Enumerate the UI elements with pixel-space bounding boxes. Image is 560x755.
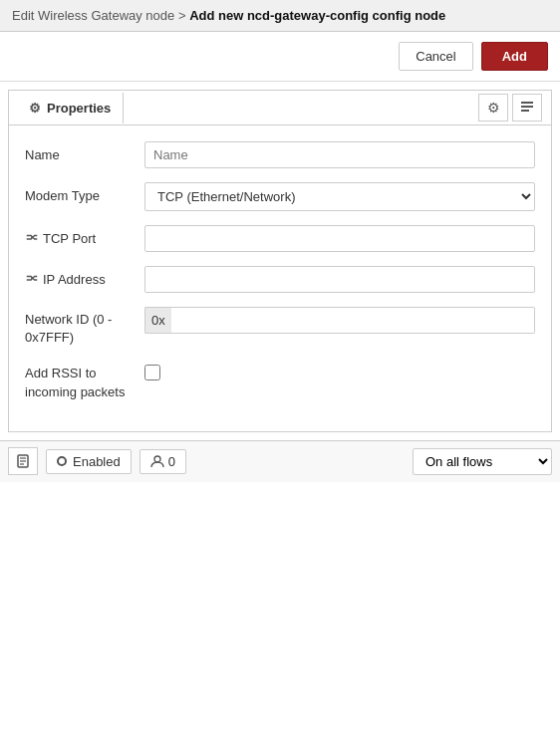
status-circle-icon	[57, 456, 67, 466]
ip-address-input[interactable]	[144, 266, 535, 293]
name-row: Name	[25, 141, 535, 168]
modem-type-row: Modem Type TCP (Ethernet/Network) Serial…	[25, 182, 535, 211]
shuffle-icon-tcp	[25, 232, 39, 246]
tabs-row: ⚙ Properties ⚙	[9, 91, 551, 126]
form-area: Name Modem Type TCP (Ethernet/Network) S…	[9, 126, 551, 431]
tcp-port-label-icon: TCP Port	[25, 231, 96, 246]
rssi-row: Add RSSI to incoming packets	[25, 361, 535, 400]
name-input[interactable]	[144, 141, 535, 168]
name-label: Name	[25, 141, 144, 162]
rssi-checkbox-wrapper	[144, 361, 535, 380]
breadcrumb: Edit Wireless Gateway node > Add new ncd…	[0, 0, 560, 32]
tab-properties[interactable]: ⚙ Properties	[17, 93, 124, 124]
description-icon	[519, 100, 535, 116]
footer-status[interactable]: Enabled	[46, 449, 132, 474]
page-icon	[15, 453, 31, 469]
footer: Enabled 0 On all flows On flow 1 On flow…	[0, 440, 560, 482]
breadcrumb-start: Edit Wireless Gateway node	[12, 8, 174, 23]
shuffle-icon-ip	[25, 273, 39, 287]
svg-rect-2	[521, 110, 529, 112]
tcp-port-row: TCP Port 2101	[25, 225, 535, 252]
footer-page-icon-button[interactable]	[8, 447, 38, 475]
footer-users[interactable]: 0	[140, 449, 186, 474]
svg-rect-0	[521, 102, 533, 104]
breadcrumb-bold: Add new ncd-gateway-config config node	[189, 8, 445, 23]
add-button[interactable]: Add	[481, 42, 548, 71]
ip-address-label: IP Address	[25, 266, 144, 290]
tab-properties-label: Properties	[47, 101, 111, 116]
tcp-port-input[interactable]: 2101	[144, 225, 535, 252]
breadcrumb-separator: >	[178, 8, 189, 23]
rssi-label: Add RSSI to incoming packets	[25, 361, 144, 400]
flows-select[interactable]: On all flows On flow 1 On flow 2	[413, 448, 552, 475]
network-id-wrapper: 0x 7FFF	[144, 307, 535, 334]
users-icon	[150, 454, 164, 468]
rssi-checkbox[interactable]	[144, 365, 160, 380]
network-id-input[interactable]: 7FFF	[171, 307, 535, 334]
modem-type-label: Modem Type	[25, 182, 144, 203]
users-count: 0	[168, 454, 175, 469]
network-id-label: Network ID (0 - 0x7FFF)	[25, 307, 144, 347]
cancel-button[interactable]: Cancel	[399, 42, 472, 71]
modem-type-select[interactable]: TCP (Ethernet/Network) Serial/USB	[144, 182, 535, 211]
svg-point-9	[154, 456, 160, 462]
description-icon-button[interactable]	[512, 94, 542, 122]
content-box: ⚙ Properties ⚙ Name Modem Type TCP (Ethe…	[8, 90, 552, 432]
network-id-prefix: 0x	[144, 307, 171, 334]
settings-icon-button[interactable]: ⚙	[478, 94, 508, 122]
tcp-port-label: TCP Port	[25, 225, 144, 249]
network-id-row: Network ID (0 - 0x7FFF) 0x 7FFF	[25, 307, 535, 347]
action-bar: Cancel Add	[0, 32, 560, 82]
status-label: Enabled	[73, 454, 121, 469]
ip-address-row: IP Address	[25, 266, 535, 293]
ip-address-label-icon: IP Address	[25, 272, 106, 287]
gear-icon: ⚙	[29, 101, 41, 116]
svg-rect-1	[521, 106, 533, 108]
